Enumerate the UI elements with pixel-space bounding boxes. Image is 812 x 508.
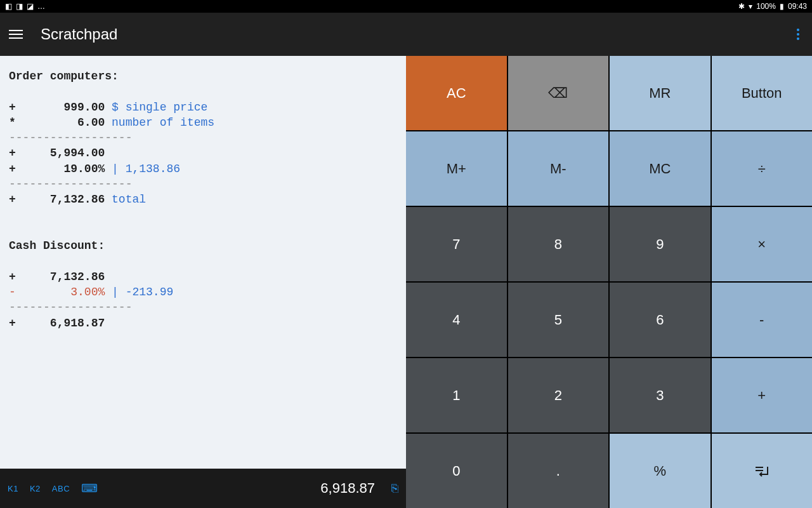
key-6[interactable]: 6: [610, 283, 710, 357]
menu-icon[interactable]: [9, 30, 27, 39]
key-9[interactable]: 9: [610, 207, 710, 281]
key-3[interactable]: 3: [610, 358, 710, 432]
key-0[interactable]: 0: [406, 434, 507, 508]
app-bar: Scratchpad: [0, 13, 812, 56]
key-divide[interactable]: ÷: [712, 131, 813, 206]
key-7[interactable]: 7: [406, 207, 507, 281]
overflow-menu-icon[interactable]: [793, 25, 803, 44]
key-subtract[interactable]: -: [712, 283, 813, 357]
key-equals[interactable]: [712, 434, 813, 508]
scratchpad-text[interactable]: Order computers: + 999.00 $ single price…: [0, 56, 406, 469]
key-ac[interactable]: AC: [406, 56, 507, 130]
key-1[interactable]: 1: [406, 358, 507, 432]
battery-icon: ▮: [780, 2, 784, 11]
key-add[interactable]: +: [712, 358, 813, 432]
status-icon: ◨: [16, 2, 23, 11]
keyboard-icon[interactable]: ⌨: [81, 481, 98, 495]
copy-icon[interactable]: ⎘: [391, 482, 398, 495]
battery-label: 100%: [756, 2, 776, 11]
status-bar: ◧ ◨ ◪ … ✱ ▾ 100% ▮ 09:43: [0, 0, 812, 13]
key-mc[interactable]: MC: [610, 131, 710, 206]
status-icon: ◪: [27, 2, 34, 11]
key-5[interactable]: 5: [508, 283, 609, 357]
bottom-bar: K1 K2 ABC ⌨ 6,918.87 ⎘: [0, 469, 406, 508]
key-4[interactable]: 4: [406, 283, 507, 357]
key-multiply[interactable]: ×: [712, 207, 813, 281]
key-2[interactable]: 2: [508, 358, 609, 432]
keypad: AC ⌫ MR Button M+ M- MC ÷ 7 8 9 × 4 5 6 …: [406, 56, 812, 508]
bluetooth-icon: ✱: [738, 2, 745, 11]
tab-k1[interactable]: K1: [8, 484, 18, 493]
tab-abc[interactable]: ABC: [52, 484, 70, 493]
status-icon: …: [37, 2, 45, 11]
wifi-icon: ▾: [749, 2, 752, 11]
result-value: 6,918.87: [320, 480, 375, 497]
clock: 09:43: [788, 2, 807, 11]
key-m-minus[interactable]: M-: [508, 131, 609, 206]
key-8[interactable]: 8: [508, 207, 609, 281]
key-m-plus[interactable]: M+: [406, 131, 507, 206]
equals-enter-icon: [754, 463, 770, 479]
status-icon: ◧: [5, 2, 12, 11]
tab-k2[interactable]: K2: [30, 484, 41, 493]
key-button[interactable]: Button: [712, 56, 813, 130]
key-mr[interactable]: MR: [610, 56, 710, 130]
app-title: Scratchpad: [41, 25, 117, 43]
key-percent[interactable]: %: [610, 434, 710, 508]
key-decimal[interactable]: .: [508, 434, 609, 508]
key-backspace[interactable]: ⌫: [508, 56, 609, 130]
